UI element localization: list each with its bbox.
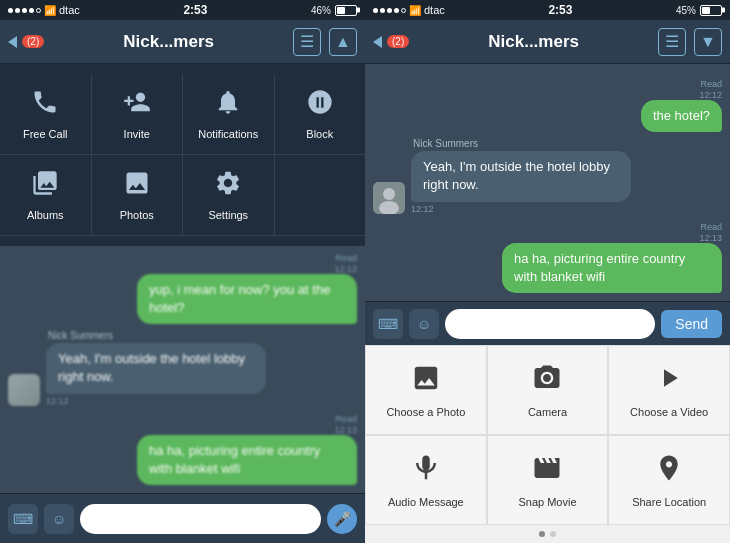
menu-free-call[interactable]: Free Call	[0, 74, 92, 154]
left-msg-bubble-2: Yeah, I'm outside the hotel lobby right …	[46, 343, 266, 393]
dot-page-2	[550, 531, 556, 537]
right-bubble-wrap-2: Nick Summers Yeah, I'm outside the hotel…	[411, 138, 631, 213]
left-msg-read-3: Read	[335, 414, 357, 424]
left-nav-icons: ☰ ▲	[293, 28, 357, 56]
right-bubble-wrap-3: Read 12:13 ha ha, picturing entire count…	[502, 220, 722, 293]
menu-notifications[interactable]: Notifications	[183, 74, 275, 154]
right-avatar	[373, 182, 405, 214]
left-msg-bubble-wrap-3: Read 12:13 ha ha, picturing entire count…	[137, 412, 357, 485]
snap-movie-btn[interactable]: Snap Movie	[487, 435, 609, 525]
right-msg-meta-2: 12:12	[411, 204, 434, 214]
left-avatar-img	[8, 374, 40, 406]
menu-invite[interactable]: Invite	[92, 74, 184, 154]
left-msg-text-2: Yeah, I'm outside the hotel lobby right …	[58, 351, 245, 384]
dot2	[15, 8, 20, 13]
signal-dots	[8, 8, 41, 13]
right-msg-bubble-2: Yeah, I'm outside the hotel lobby right …	[411, 151, 631, 201]
right-message-input[interactable]	[445, 309, 655, 339]
right-back-button[interactable]: (2)	[373, 35, 409, 48]
camera-svg	[532, 363, 562, 393]
left-status-left: 📶 dtac	[8, 4, 80, 16]
right-msg-meta-1: Read 12:12	[699, 79, 722, 100]
right-emoji-btn[interactable]: ☺	[409, 309, 439, 339]
left-msg-bubble-3: ha ha, picturing entire country with bla…	[137, 435, 357, 485]
right-status-left: 📶 dtac	[373, 4, 445, 16]
left-msg-bubble-1: yup, i mean for now? you at the hotel?	[137, 274, 357, 324]
menu-invite-label: Invite	[124, 128, 150, 140]
right-time: 2:53	[548, 3, 572, 17]
left-msg-text-1: yup, i mean for now? you at the hotel?	[149, 282, 330, 315]
left-emoji-btn[interactable]: ☺	[44, 504, 74, 534]
dot3	[22, 8, 27, 13]
left-menu-btn[interactable]: ☰	[293, 28, 321, 56]
right-status-right: 45%	[676, 5, 722, 16]
left-msg-meta-1: Read 12:12	[334, 253, 357, 274]
right-msg-text-2: Yeah, I'm outside the hotel lobby right …	[423, 159, 610, 192]
film-icon	[532, 453, 562, 490]
left-collapse-btn[interactable]: ▲	[329, 28, 357, 56]
right-status-bar: 📶 dtac 2:53 45%	[365, 0, 730, 20]
left-mic-btn[interactable]: 🎤	[327, 504, 357, 534]
choose-video-btn[interactable]: Choose a Video	[608, 345, 730, 435]
left-time: 2:53	[183, 3, 207, 17]
dot1	[8, 8, 13, 13]
menu-albums-label: Albums	[27, 209, 64, 221]
right-input-bar: ⌨ ☺ Send	[365, 301, 730, 345]
right-msg-time-2: 12:12	[411, 204, 434, 214]
choose-photo-label: Choose a Photo	[386, 406, 465, 418]
media-picker: Choose a Photo Camera Choose a Video Aud…	[365, 345, 730, 543]
media-grid: Choose a Photo Camera Choose a Video Aud…	[365, 345, 730, 525]
right-nav-title: Nick...mers	[409, 32, 658, 52]
left-nav-bar: (2) Nick...mers ☰ ▲	[0, 20, 365, 64]
left-keyboard-btn[interactable]: ⌨	[8, 504, 38, 534]
left-msg-time-1: 12:12	[334, 264, 357, 274]
camera-icon	[532, 363, 562, 400]
mic-svg	[411, 453, 441, 483]
person-add-icon	[123, 88, 151, 122]
right-nav-bar: (2) Nick...mers ☰ ▼	[365, 20, 730, 64]
left-battery-fill	[337, 7, 345, 14]
right-msg-time-1: 12:12	[699, 90, 722, 100]
choose-video-label: Choose a Video	[630, 406, 708, 418]
left-message-input[interactable]	[80, 504, 321, 534]
left-msg-bubble-wrap-2: Nick Summers Yeah, I'm outside the hotel…	[46, 330, 266, 405]
right-menu-btn[interactable]: ☰	[658, 28, 686, 56]
menu-settings[interactable]: Settings	[183, 155, 275, 235]
right-msg-time-3: 12:13	[699, 233, 722, 243]
menu-block-label: Block	[306, 128, 333, 140]
menu-notifications-label: Notifications	[198, 128, 258, 140]
right-signal-dots	[373, 8, 406, 13]
right-expand-btn[interactable]: ▼	[694, 28, 722, 56]
emoji-icon: ☺	[52, 511, 66, 527]
choose-photo-btn[interactable]: Choose a Photo	[365, 345, 487, 435]
mic-icon	[411, 453, 441, 490]
left-nav-title: Nick...mers	[44, 32, 293, 52]
right-battery-pct: 45%	[676, 5, 696, 16]
left-back-button[interactable]: (2)	[8, 35, 44, 48]
menu-block[interactable]: Block	[275, 74, 366, 154]
right-msg-bubble-3: ha ha, picturing entire country with bla…	[502, 243, 722, 293]
dot-page-1	[539, 531, 545, 537]
share-location-btn[interactable]: Share Location	[608, 435, 730, 525]
send-button[interactable]: Send	[661, 310, 722, 338]
share-location-label: Share Location	[632, 496, 706, 508]
menu-albums[interactable]: Albums	[0, 155, 92, 235]
right-msg-read-1: Read	[700, 79, 722, 89]
menu-photos-label: Photos	[120, 209, 154, 221]
left-msg-meta-2: 12:12	[46, 396, 69, 406]
page-dots	[365, 525, 730, 543]
dot5	[36, 8, 41, 13]
menu-photos[interactable]: Photos	[92, 155, 184, 235]
menu-free-call-label: Free Call	[23, 128, 68, 140]
right-bubble-wrap-1: Read 12:12 the hotel?	[641, 77, 722, 132]
wifi-icon: 📶	[44, 5, 56, 16]
left-screen: 📶 dtac 2:53 46% (2) Nick...mers ☰ ▲	[0, 0, 365, 543]
camera-label: Camera	[528, 406, 567, 418]
camera-btn[interactable]: Camera	[487, 345, 609, 435]
right-sender-name: Nick Summers	[411, 138, 478, 149]
right-keyboard-btn[interactable]: ⌨	[373, 309, 403, 339]
left-mic-icon: 🎤	[334, 511, 351, 527]
audio-message-btn[interactable]: Audio Message	[365, 435, 487, 525]
r-dot3	[387, 8, 392, 13]
menu-overlay: Free Call Invite Notifications Block	[0, 64, 365, 246]
